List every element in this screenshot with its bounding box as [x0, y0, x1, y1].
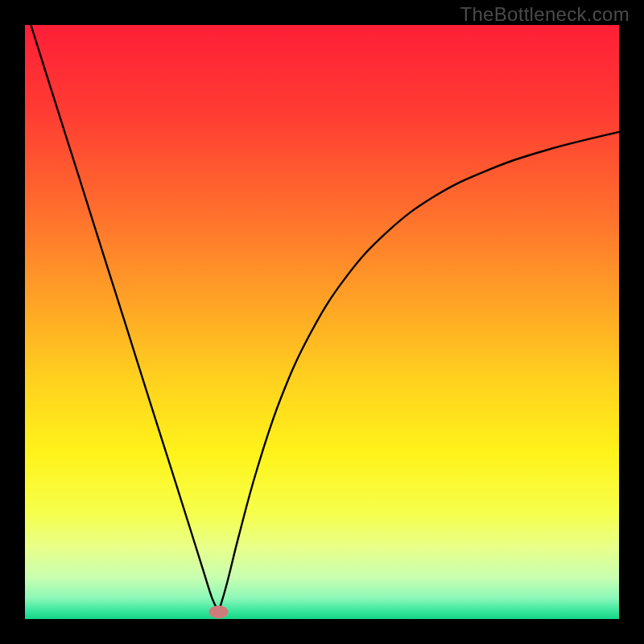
optimum-marker	[209, 605, 229, 618]
watermark-text: TheBottleneck.com	[460, 3, 630, 26]
chart-frame: TheBottleneck.com	[0, 0, 644, 644]
gradient-background	[25, 25, 619, 619]
plot-area	[25, 25, 619, 619]
plot-svg	[25, 25, 619, 619]
